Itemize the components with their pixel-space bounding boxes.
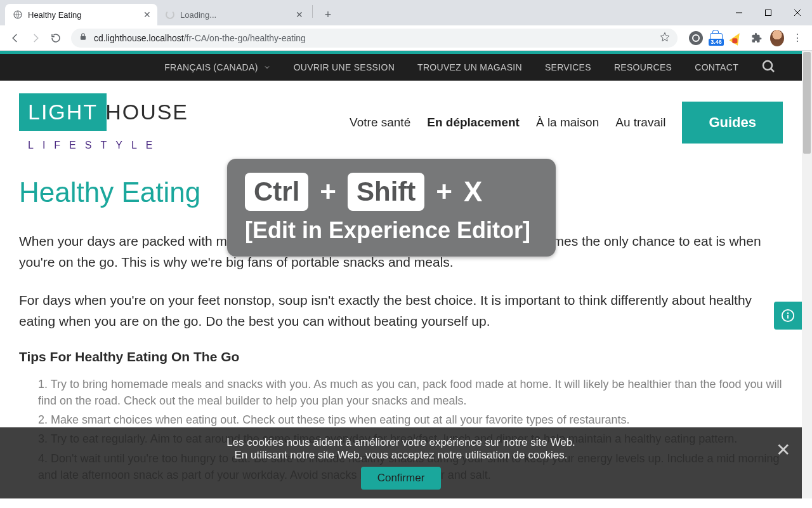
- close-icon[interactable]: ✕: [296, 10, 303, 19]
- nav-en-deplacement[interactable]: En déplacement: [427, 116, 520, 130]
- incognito-icon[interactable]: [689, 31, 703, 45]
- svg-rect-2: [81, 36, 86, 40]
- key-x: X: [464, 176, 482, 208]
- scrollbar-thumb[interactable]: [803, 52, 811, 154]
- primary-nav: Votre santé En déplacement À la maison A…: [350, 102, 783, 144]
- brand-word-left: LIGHT: [19, 93, 107, 131]
- shortcut-caption: [Edit in Experience Editor]: [245, 217, 530, 244]
- language-label: FRANÇAIS (CANADA): [164, 62, 258, 72]
- extension-icons: 3.46 ⋮: [683, 31, 807, 45]
- close-window-button[interactable]: [783, 0, 812, 25]
- spinner-icon: [165, 10, 175, 20]
- brand-subtitle: LIFESTYLE: [28, 140, 188, 151]
- page-viewport: FRANÇAIS (CANADA) OUVRIR UNE SESSION TRO…: [0, 51, 812, 498]
- tab-title: Healthy Eating: [28, 10, 138, 20]
- lighthouse-extension-icon[interactable]: 3.46: [709, 31, 723, 45]
- main-header: LIGHT HOUSE LIFESTYLE Votre santé En dép…: [0, 81, 802, 157]
- extensions-button[interactable]: [750, 31, 764, 45]
- svg-point-3: [763, 61, 772, 70]
- reload-button[interactable]: [46, 28, 66, 48]
- browser-window: Healthy Eating ✕ Loading... ✕ +: [0, 0, 812, 498]
- lighthouse-badge: 3.46: [709, 39, 724, 46]
- guides-button[interactable]: Guides: [682, 102, 783, 144]
- plus-sign: +: [436, 176, 452, 208]
- minimize-button[interactable]: [724, 0, 754, 25]
- url-text: cd.lighthouse.localhost/fr-CA/on-the-go/…: [94, 33, 660, 43]
- address-bar[interactable]: cd.lighthouse.localhost/fr-CA/on-the-go/…: [71, 29, 678, 48]
- globe-icon: [13, 10, 23, 20]
- nav-votre-sante[interactable]: Votre santé: [350, 116, 410, 130]
- tab-loading[interactable]: Loading... ✕: [157, 4, 310, 25]
- cookie-confirm-button[interactable]: Confirmer: [361, 467, 442, 490]
- tab-title: Loading...: [180, 10, 291, 20]
- tips-item: 1. Try to bring homemade meals and snack…: [38, 376, 783, 409]
- lock-icon: [79, 32, 88, 43]
- scrollbar[interactable]: [802, 51, 812, 498]
- close-icon[interactable]: ✕: [776, 441, 790, 459]
- window-controls: [724, 0, 812, 25]
- brand-word-right: HOUSE: [105, 100, 188, 124]
- marker-extension-icon[interactable]: [730, 31, 743, 45]
- cookie-banner: ✕ Les cookies nous aident à améliorer vo…: [0, 427, 802, 498]
- key-shift: Shift: [348, 173, 424, 211]
- bookmark-star-icon[interactable]: [660, 32, 670, 44]
- tips-header: Tips For Healthy Eating On The Go: [19, 349, 783, 364]
- forward-button[interactable]: [25, 28, 46, 48]
- profile-avatar[interactable]: [770, 31, 784, 45]
- back-button[interactable]: [5, 28, 25, 48]
- chrome-menu-button[interactable]: ⋮: [790, 31, 804, 45]
- maximize-button[interactable]: [754, 0, 783, 25]
- utility-link-contact[interactable]: CONTACT: [695, 62, 738, 72]
- shortcut-overlay: Ctrl + Shift + X [Edit in Experience Edi…: [227, 159, 556, 257]
- utility-link-resources[interactable]: RESOURCES: [614, 62, 672, 72]
- svg-rect-1: [766, 10, 771, 16]
- info-float-button[interactable]: [774, 302, 802, 330]
- svg-rect-6: [787, 315, 789, 319]
- tab-separator: [312, 5, 313, 18]
- key-ctrl: Ctrl: [245, 173, 308, 211]
- tab-strip: Healthy Eating ✕ Loading... ✕ +: [0, 0, 812, 25]
- nav-a-la-maison[interactable]: À la maison: [536, 116, 599, 130]
- utility-link-store[interactable]: TROUVEZ UN MAGASIN: [417, 62, 522, 72]
- browser-toolbar: cd.lighthouse.localhost/fr-CA/on-the-go/…: [0, 25, 812, 51]
- utility-link-services[interactable]: SERVICES: [545, 62, 591, 72]
- tab-healthy-eating[interactable]: Healthy Eating ✕: [5, 4, 157, 25]
- info-icon: [781, 309, 795, 323]
- new-tab-button[interactable]: +: [319, 6, 337, 23]
- utility-link-session[interactable]: OUVRIR UNE SESSION: [294, 62, 395, 72]
- svg-point-5: [787, 312, 789, 314]
- cookie-text-1: Les cookies nous aident à améliorer votr…: [38, 436, 764, 449]
- cookie-text-2: En utilisant notre site Web, vous accept…: [38, 449, 764, 462]
- chevron-down-icon: [263, 64, 271, 71]
- brand-logo[interactable]: LIGHT HOUSE LIFESTYLE: [19, 93, 188, 151]
- plus-sign: +: [320, 176, 336, 208]
- tips-item: 2. Make smart choices when eating out. C…: [38, 411, 783, 428]
- intro-paragraph-2: For days when you're on your feet nonsto…: [19, 290, 783, 331]
- search-icon[interactable]: [761, 59, 776, 76]
- utility-nav: FRANÇAIS (CANADA) OUVRIR UNE SESSION TRO…: [0, 54, 802, 81]
- nav-au-travail[interactable]: Au travail: [615, 116, 665, 130]
- close-icon[interactable]: ✕: [143, 10, 151, 19]
- language-selector[interactable]: FRANÇAIS (CANADA): [164, 62, 270, 72]
